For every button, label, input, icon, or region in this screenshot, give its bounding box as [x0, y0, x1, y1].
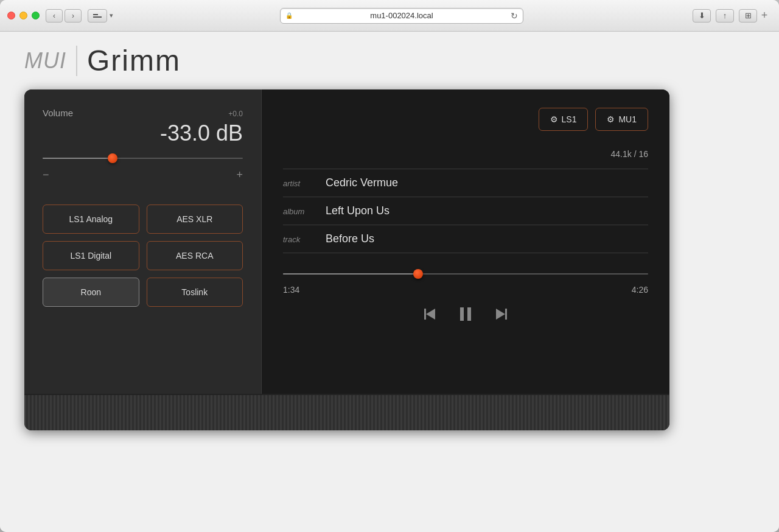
- plus-icon: +: [761, 9, 768, 22]
- app-content: MUI Grimm Volume +0.0 -33.0 dB: [0, 32, 779, 532]
- volume-decrease-button[interactable]: −: [43, 169, 49, 180]
- panel-main: Volume +0.0 -33.0 dB − +: [24, 89, 669, 394]
- svg-rect-3: [467, 307, 471, 321]
- pause-icon: [456, 304, 475, 324]
- svg-rect-0: [424, 309, 426, 320]
- progress-bar: [283, 273, 648, 275]
- download-button[interactable]: ⬇: [693, 9, 711, 23]
- forward-icon: ›: [72, 12, 74, 20]
- dropdown-button[interactable]: ▾: [110, 12, 113, 19]
- previous-icon: [422, 306, 439, 323]
- url-text: mu1-002024.local: [296, 11, 507, 20]
- track-row: track Before Us: [283, 225, 648, 253]
- browser-window: ‹ › ▾ 🔒 mu1-002024.local ↻ ⬇ ↑: [0, 0, 779, 532]
- panel-bottom: [24, 394, 669, 430]
- device-buttons: ⚙ LS1 ⚙ MU1: [283, 108, 648, 131]
- back-button[interactable]: ‹: [46, 9, 63, 23]
- album-row: album Left Upon Us: [283, 197, 648, 225]
- album-label: album: [283, 207, 326, 216]
- svg-marker-1: [426, 309, 435, 320]
- track-value: Before Us: [326, 233, 374, 245]
- inputs-grid: LS1 Analog AES XLR LS1 Digital AES RCA R…: [43, 205, 243, 307]
- download-icon: ⬇: [699, 11, 705, 20]
- mu1-device-button[interactable]: ⚙ MU1: [595, 108, 648, 131]
- forward-button[interactable]: ›: [65, 9, 82, 23]
- volume-increase-button[interactable]: +: [236, 169, 243, 180]
- toolbar-right: ⬇ ↑ ⊞: [693, 9, 757, 23]
- time-current: 1:34: [283, 285, 299, 295]
- input-toslink-button[interactable]: Toslink: [147, 278, 243, 307]
- input-ls1-analog-button[interactable]: LS1 Analog: [43, 205, 139, 234]
- grid-button[interactable]: ⊞: [739, 9, 757, 23]
- sidebar-toggle-icon: [93, 14, 102, 18]
- album-value: Left Upon Us: [326, 205, 390, 217]
- left-panel: Volume +0.0 -33.0 dB − +: [24, 89, 262, 394]
- time-total: 4:26: [632, 285, 648, 295]
- progress-fill: [283, 273, 418, 275]
- volume-track-fill: [43, 158, 113, 159]
- right-panel: ⚙ LS1 ⚙ MU1 44.1k / 16 artist Cedric Ver…: [262, 89, 669, 394]
- sidebar-toggle-button[interactable]: [88, 9, 107, 23]
- volume-controls: − +: [43, 169, 243, 180]
- progress-section: 1:34 4:26: [283, 268, 648, 304]
- back-icon: ‹: [53, 12, 55, 20]
- svg-marker-4: [496, 309, 505, 320]
- title-bar: ‹ › ▾ 🔒 mu1-002024.local ↻ ⬇ ↑: [0, 0, 779, 32]
- device-panel: Volume +0.0 -33.0 dB − +: [24, 89, 669, 430]
- share-button[interactable]: ↑: [716, 9, 734, 23]
- volume-slider[interactable]: [43, 152, 243, 164]
- input-ls1-digital-button[interactable]: LS1 Digital: [43, 241, 139, 270]
- close-button[interactable]: [7, 12, 15, 19]
- traffic-lights: [7, 12, 40, 19]
- refresh-button[interactable]: ↻: [511, 11, 518, 21]
- maximize-button[interactable]: [32, 12, 40, 19]
- address-bar[interactable]: 🔒 mu1-002024.local ↻: [280, 8, 523, 24]
- pause-button[interactable]: [456, 304, 475, 324]
- address-bar-wrapper: 🔒 mu1-002024.local ↻: [117, 8, 686, 24]
- volume-header: Volume +0.0: [43, 108, 243, 118]
- brand-header: MUI Grimm: [12, 44, 181, 77]
- add-tab-button[interactable]: +: [757, 9, 772, 23]
- brand-divider: [76, 46, 77, 76]
- mu1-gear-icon: ⚙: [607, 114, 615, 124]
- volume-section: Volume +0.0 -33.0 dB − +: [43, 108, 243, 180]
- next-button[interactable]: [492, 306, 509, 323]
- volume-track: [43, 158, 243, 159]
- ls1-device-button[interactable]: ⚙ LS1: [539, 108, 589, 131]
- time-row: 1:34 4:26: [283, 285, 648, 295]
- progress-slider[interactable]: [283, 268, 648, 280]
- grid-icon: ⊞: [745, 11, 752, 20]
- minimize-button[interactable]: [19, 12, 27, 19]
- artist-row: artist Cedric Vermue: [283, 169, 648, 197]
- input-aes-xlr-button[interactable]: AES XLR: [147, 205, 243, 234]
- volume-value: -33.0 dB: [43, 121, 243, 146]
- track-label: track: [283, 235, 326, 244]
- volume-thumb[interactable]: [108, 153, 117, 163]
- input-aes-rca-button[interactable]: AES RCA: [147, 241, 243, 270]
- brand-grimm: Grimm: [87, 44, 181, 77]
- artist-label: artist: [283, 179, 326, 188]
- volume-label: Volume: [43, 108, 73, 118]
- ls1-gear-icon: ⚙: [550, 114, 558, 124]
- brand-mui: MUI: [24, 48, 66, 74]
- ls1-device-label: LS1: [562, 114, 577, 124]
- playback-controls: [283, 304, 648, 324]
- artist-value: Cedric Vermue: [326, 177, 398, 189]
- next-icon: [492, 306, 509, 323]
- lock-icon: 🔒: [285, 12, 293, 19]
- svg-rect-2: [460, 307, 464, 321]
- track-info: artist Cedric Vermue album Left Upon Us …: [283, 169, 648, 253]
- svg-rect-5: [505, 309, 507, 320]
- progress-thumb[interactable]: [413, 269, 423, 279]
- nav-buttons: ‹ ›: [46, 9, 82, 23]
- mu1-device-label: MU1: [618, 114, 637, 124]
- input-roon-button[interactable]: Roon: [43, 278, 139, 307]
- quality-info: 44.1k / 16: [283, 149, 648, 159]
- volume-max: +0.0: [228, 110, 243, 118]
- previous-button[interactable]: [422, 306, 439, 323]
- share-icon: ↑: [723, 11, 727, 20]
